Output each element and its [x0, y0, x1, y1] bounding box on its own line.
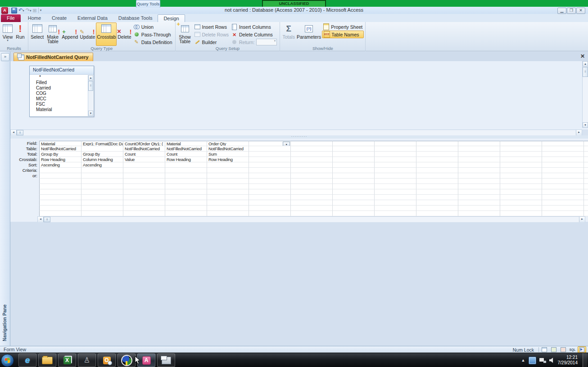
grid-cell[interactable]	[458, 189, 500, 195]
grid-cell[interactable]	[207, 211, 249, 216]
grid-cell[interactable]	[333, 168, 375, 173]
grid-cell[interactable]	[542, 206, 584, 211]
pivotchart-view-button[interactable]	[559, 346, 567, 353]
grid-cell[interactable]	[291, 157, 333, 162]
append-button[interactable]: +! Append	[61, 22, 79, 46]
grid-cell[interactable]	[249, 173, 291, 179]
tab-create[interactable]: Create	[46, 14, 72, 22]
make-table-button[interactable]: ! Make Table	[45, 22, 61, 46]
grid-cell[interactable]	[500, 168, 542, 173]
grid-cell[interactable]	[458, 206, 500, 211]
grid-cell[interactable]	[123, 206, 165, 211]
grid-cell[interactable]: Order Qty	[207, 141, 249, 146]
grid-cell[interactable]	[165, 168, 207, 173]
grid-cell[interactable]: Material	[39, 141, 81, 146]
grid-cell[interactable]	[207, 173, 249, 179]
grid-cell[interactable]	[542, 146, 584, 152]
grid-cell[interactable]	[542, 141, 584, 146]
tab-home[interactable]: Home	[23, 14, 46, 22]
grid-cell[interactable]	[584, 195, 588, 200]
grid-cell[interactable]	[500, 189, 542, 195]
grid-cell[interactable]	[123, 200, 165, 206]
grid-cell[interactable]	[333, 141, 375, 146]
grid-cell[interactable]: NotFilledNotCarried	[165, 146, 207, 152]
grid-cell[interactable]	[584, 146, 588, 152]
grid-cell[interactable]	[458, 146, 500, 152]
grid-cell[interactable]	[542, 195, 584, 200]
grid-cell[interactable]	[249, 157, 291, 162]
grid-cell[interactable]	[249, 162, 291, 168]
expand-nav-pane-button[interactable]: »	[1, 53, 9, 61]
grid-cell[interactable]	[542, 152, 584, 157]
grid-cell[interactable]	[416, 179, 458, 184]
field-list-item[interactable]: Material	[30, 107, 94, 112]
grid-cell[interactable]	[291, 146, 333, 152]
grid-cell[interactable]	[123, 168, 165, 173]
data-definition-button[interactable]: ✎ Data Definition	[132, 38, 174, 46]
taskbar-windows-explorer[interactable]	[38, 354, 56, 367]
scrollbar-thumb[interactable]: ≡	[583, 67, 588, 77]
tray-window-icon[interactable]	[529, 357, 536, 364]
field-list-title[interactable]: NotFilledNotCarried	[30, 66, 94, 75]
grid-cell[interactable]	[542, 184, 584, 189]
grid-cell[interactable]	[500, 173, 542, 179]
grid-cell[interactable]	[123, 173, 165, 179]
grid-cell[interactable]: Value	[123, 157, 165, 162]
grid-cell[interactable]: CountOfOrder Qty1: (	[123, 141, 165, 146]
grid-cell[interactable]: NotFilledNotCarried	[123, 146, 165, 152]
grid-cell[interactable]	[123, 211, 165, 216]
union-button[interactable]: Union	[132, 23, 174, 31]
taskbar-excel[interactable]: X	[58, 354, 76, 367]
grid-cell[interactable]	[416, 152, 458, 157]
grid-cell[interactable]	[333, 157, 375, 162]
grid-cell[interactable]	[375, 200, 416, 206]
grid-cell[interactable]	[207, 200, 249, 206]
grid-cell[interactable]	[458, 152, 500, 157]
navigation-pane-collapsed[interactable]: » Navigation Pane	[0, 52, 10, 346]
grid-cell[interactable]	[416, 189, 458, 195]
grid-cell[interactable]	[584, 200, 588, 206]
grid-cell[interactable]	[249, 179, 291, 184]
tab-database-tools[interactable]: Database Tools	[113, 14, 158, 22]
grid-cell[interactable]	[584, 157, 588, 162]
pane-splitter[interactable]: ·········	[10, 135, 588, 139]
grid-cell[interactable]	[207, 195, 249, 200]
field-list-item[interactable]: Carried	[30, 85, 94, 91]
restore-button[interactable]: ❐	[567, 8, 576, 14]
grid-cell[interactable]	[123, 179, 165, 184]
grid-cell[interactable]	[207, 179, 249, 184]
grid-cell[interactable]	[542, 173, 584, 179]
grid-cell[interactable]	[291, 184, 333, 189]
grid-cell[interactable]	[81, 206, 123, 211]
parameters-button[interactable]: [?] Parameters	[296, 22, 322, 46]
grid-cell[interactable]: Expr1: Format([Doc Da	[81, 141, 123, 146]
grid-cell[interactable]	[249, 200, 291, 206]
insert-rows-button[interactable]: Insert Rows	[193, 23, 231, 31]
grid-cell[interactable]: Row Heading	[165, 157, 207, 162]
grid-cell[interactable]	[584, 173, 588, 179]
scroll-right-icon[interactable]: ►	[576, 130, 582, 135]
scroll-left-icon[interactable]: ◄	[11, 130, 17, 135]
grid-cell[interactable]: Material	[165, 141, 207, 146]
field-list-scrollbar[interactable]: ▲ ≡ ▼	[88, 75, 93, 116]
grid-cell[interactable]	[39, 206, 81, 211]
grid-cell[interactable]	[333, 184, 375, 189]
grid-cell[interactable]	[291, 206, 333, 211]
grid-cell[interactable]	[165, 206, 207, 211]
grid-cell[interactable]: Ascending	[81, 162, 123, 168]
grid-cell[interactable]	[123, 184, 165, 189]
taskbar-outlook[interactable]: O	[98, 354, 116, 367]
grid-cell[interactable]	[500, 206, 542, 211]
grid-cell[interactable]	[500, 200, 542, 206]
run-button[interactable]: ! Run	[14, 22, 27, 46]
update-button[interactable]: ✎! Update	[79, 22, 96, 46]
insert-columns-button[interactable]: Insert Columns	[230, 23, 278, 31]
grid-cell[interactable]	[249, 211, 291, 216]
field-list-item[interactable]: FSC	[30, 102, 94, 107]
view-button[interactable]: View▾	[1, 22, 14, 46]
network-icon[interactable]	[539, 358, 546, 363]
grid-cell[interactable]	[249, 206, 291, 211]
grid-cell[interactable]	[500, 184, 542, 189]
grid-cell[interactable]	[165, 162, 207, 168]
grid-cell[interactable]	[333, 195, 375, 200]
